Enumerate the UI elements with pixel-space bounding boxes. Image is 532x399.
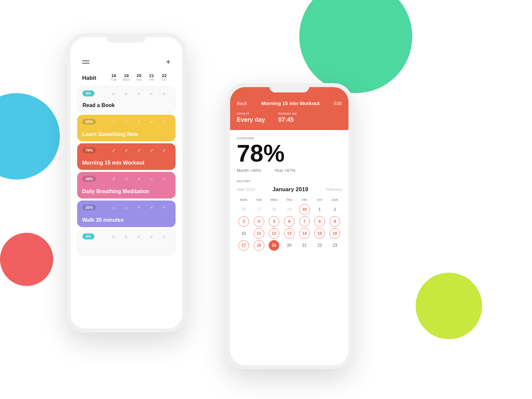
cal-8[interactable]: 8 [314, 216, 325, 227]
cal-1: 1 [314, 204, 325, 215]
cal-27: 27 [254, 204, 264, 215]
cal-26: 26 [238, 204, 249, 215]
habit-name-workout: Morning 15 min Workout [82, 160, 171, 166]
cal-30[interactable]: 30 [299, 204, 310, 215]
detail-header: Back Morning 15 min Workout Edit REPEAT … [230, 87, 348, 130]
checks-workout: ✓ ✓ ✓ ✓ ✓ [107, 148, 171, 153]
habit-col-title: Habit [82, 75, 107, 81]
day-col-0: 18 TUE [107, 73, 120, 81]
habit-pct-read: 0% [82, 90, 94, 96]
big-percent: 78% [237, 141, 342, 165]
cal-9[interactable]: 9 [330, 216, 340, 227]
year-stat: Year +67% [274, 168, 296, 173]
cal-28: 28 [269, 204, 279, 215]
cal-header-sun: SUN [328, 197, 342, 203]
habit-card-walk[interactable]: 26% ○ ○ ✓ ✓ ✓ Walk 30 minutes [77, 200, 176, 227]
cal-12[interactable]: 12 [269, 228, 279, 239]
bg-circle-green [299, 0, 412, 93]
habit-pct-empty: 0% [82, 233, 94, 239]
cal-5[interactable]: 5 [269, 216, 279, 227]
cal-19[interactable]: 19 [269, 240, 279, 251]
detail-title: Morning 15 min Workout [261, 100, 320, 106]
cal-10: 10 [238, 228, 249, 239]
notch-1 [106, 33, 146, 43]
habit-pct-workout: 78% [82, 147, 96, 153]
cal-20: 20 [284, 240, 295, 251]
overview-label: OVERVIEW [237, 137, 342, 140]
checks-walk: ○ ○ ✓ ✓ ✓ [107, 205, 171, 210]
habit-card-breathing[interactable]: 49% ✓ ○ ✓ ○ ○ Daily Breathing Meditation [77, 172, 176, 199]
cal-4[interactable]: 4 [254, 216, 264, 227]
cal-next[interactable]: February [326, 187, 342, 192]
add-habit-button[interactable]: + [166, 57, 171, 66]
habit-list-header: + [77, 54, 176, 73]
calendar-grid: MON TUE WED THU FRI SAT SUN 26 27 28 29 … [237, 197, 342, 251]
habit-column-headers: Habit 18 TUE 19 WED 20 THU 21 FRI [77, 73, 176, 84]
habit-name-breathing: Daily Breathing Meditation [82, 189, 171, 195]
bg-circle-lime [416, 273, 482, 339]
month-stat: Month +40% [237, 168, 261, 173]
cal-header-fri: FRI [298, 197, 312, 203]
cal-header-tue: TUE [252, 197, 266, 203]
remind-meta: REMIND ME 07:45 [278, 112, 297, 123]
checks-breathing: ✓ ○ ✓ ○ ○ [107, 176, 171, 182]
detail-nav: Back Morning 15 min Workout Edit [237, 100, 342, 106]
cal-11[interactable]: 11 [254, 228, 264, 239]
cal-header-thu: THU [282, 197, 296, 203]
menu-button[interactable] [82, 61, 89, 64]
detail-body: OVERVIEW 78% Month +40% Year +67% HISTOR… [230, 130, 348, 365]
cal-21: 21 [299, 240, 310, 251]
stat-row: Month +40% Year +67% [237, 168, 342, 173]
repeat-meta: REPEAT Every day [237, 112, 265, 123]
day-columns: 18 TUE 19 WED 20 THU 21 FRI 22 SAT [107, 73, 171, 81]
cal-17[interactable]: 17 [238, 240, 249, 251]
cal-header-mon: MON [237, 197, 251, 203]
habit-name-read: Read a Book [82, 102, 170, 108]
back-button[interactable]: Back [237, 101, 247, 106]
bg-circle-red [0, 233, 53, 286]
habit-card-workout[interactable]: 78% ✓ ✓ ✓ ✓ ✓ Morning 15 min Workout [77, 143, 176, 170]
phone-habit-list: + Habit 18 TUE 19 WED 20 THU 21 [66, 33, 186, 332]
habit-card-empty[interactable]: 0% ○ ○ ○ ○ ○ [77, 229, 176, 256]
cal-22: 22 [314, 240, 325, 251]
edit-button[interactable]: Edit [334, 101, 342, 106]
habit-pct-learn: 50% [82, 119, 96, 125]
cal-18[interactable]: 18 [254, 240, 264, 251]
phone-detail: Back Morning 15 min Workout Edit REPEAT … [226, 83, 352, 369]
cal-prev[interactable]: ober 2018 [237, 187, 255, 192]
habit-card-learn[interactable]: 50% ○ ○ ✓ ✓ ✓ Learn Something New [77, 115, 176, 141]
habit-name-walk: Walk 30 minutes [82, 217, 171, 223]
cal-2: 2 [330, 204, 340, 215]
checks-learn: ○ ○ ✓ ✓ ✓ [107, 119, 171, 124]
cal-7[interactable]: 7 [299, 216, 310, 227]
history-label: HISTORY [237, 180, 342, 183]
habit-card-read[interactable]: 0% ○ ○ ○ ○ ○ Read a Book [77, 86, 176, 113]
detail-meta: REPEAT Every day REMIND ME 07:45 [237, 112, 342, 123]
cal-header-sat: SAT [313, 197, 327, 203]
habit-pct-breathing: 49% [82, 176, 96, 182]
checks-read: ○ ○ ○ ○ ○ [107, 91, 170, 96]
cal-29: 29 [284, 204, 295, 215]
notch-2 [269, 83, 309, 92]
day-col-3: 21 FRI [145, 73, 158, 81]
bg-circle-blue [0, 93, 60, 180]
habit-pct-walk: 26% [82, 204, 96, 210]
cal-16[interactable]: 16 [330, 228, 340, 239]
cal-header-wed: WED [267, 197, 281, 203]
cal-6[interactable]: 6 [284, 216, 295, 227]
cal-14[interactable]: 14 [299, 228, 310, 239]
habit-name-learn: Learn Something New [82, 131, 171, 137]
day-col-4: 22 SAT [158, 73, 171, 81]
day-col-1: 19 WED [120, 73, 133, 81]
cal-23: 23 [330, 240, 340, 251]
cal-month: January 2019 [272, 186, 308, 193]
checks-empty: ○ ○ ○ ○ ○ [107, 234, 170, 239]
calendar-nav: ober 2018 January 2019 February [237, 186, 342, 193]
cal-13[interactable]: 13 [284, 228, 295, 239]
cal-3[interactable]: 3 [238, 216, 249, 227]
day-col-2: 20 THU [133, 73, 145, 81]
cal-15[interactable]: 15 [314, 228, 325, 239]
